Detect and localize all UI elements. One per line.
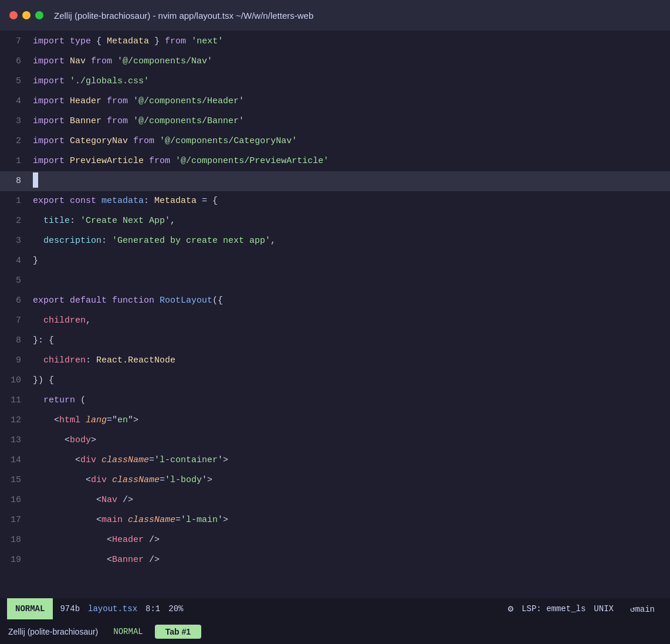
- line-number: 7: [0, 32, 31, 52]
- line-number: 4: [0, 251, 31, 271]
- line-number: 6: [0, 52, 31, 72]
- line-number: 1: [0, 151, 31, 171]
- line-number: 6: [0, 291, 31, 311]
- line-content: <div className='l-container'>: [31, 450, 670, 470]
- git-branch: ↺main: [630, 604, 655, 614]
- table-row: 19 <Banner />: [0, 550, 670, 570]
- maximize-button[interactable]: [35, 11, 43, 19]
- tab-mode: NORMAL: [113, 627, 143, 636]
- line-number: 2: [0, 211, 31, 231]
- table-row: 6 export default function RootLayout({: [0, 291, 670, 311]
- line-content: <body>: [31, 431, 670, 450]
- line-content: import Nav from '@/components/Nav': [31, 52, 670, 72]
- line-number: 3: [0, 111, 31, 131]
- line-content: <div className='l-body'>: [31, 470, 670, 490]
- cursor-position: 8:1: [145, 604, 160, 614]
- line-content: <Header />: [31, 530, 670, 550]
- current-line: 8: [0, 171, 670, 191]
- table-row: 2 import CategoryNav from '@/components/…: [0, 131, 670, 151]
- line-content: import './globals.css': [31, 72, 670, 91]
- table-row: 6 import Nav from '@/components/Nav': [0, 52, 670, 72]
- line-content: }: [31, 251, 670, 271]
- line-content: <html lang="en">: [31, 411, 670, 431]
- file-size: 974b: [60, 604, 80, 614]
- line-content: <main className='l-main'>: [31, 510, 670, 530]
- lsp-status: LSP: emmet_ls: [522, 604, 586, 614]
- close-button[interactable]: [9, 11, 18, 19]
- line-content: import Header from '@/components/Header': [31, 91, 670, 111]
- line-number: 12: [0, 411, 31, 431]
- line-number: 3: [0, 231, 31, 251]
- code-area[interactable]: 7 import type { Metadata } from 'next' 6…: [0, 30, 670, 598]
- filename: layout.tsx: [88, 604, 137, 614]
- zellij-title: Zellij (polite-brachiosaur): [8, 627, 98, 636]
- table-row: 5: [0, 271, 670, 291]
- table-row: 18 <Header />: [0, 530, 670, 550]
- line-content: import Banner from '@/components/Banner': [31, 111, 670, 131]
- line-content: description: 'Generated by create next a…: [31, 231, 670, 251]
- line-number: 16: [0, 490, 31, 510]
- line-number: 2: [0, 131, 31, 151]
- line-content: import CategoryNav from '@/components/Ca…: [31, 131, 670, 151]
- titlebar: Zellij (polite-brachiosaur) - nvim app/l…: [0, 0, 670, 30]
- line-number: 9: [0, 351, 31, 371]
- line-content: }) {: [31, 371, 670, 391]
- table-row: 7 import type { Metadata } from 'next': [0, 32, 670, 52]
- line-number: 1: [0, 191, 31, 211]
- line-number: 13: [0, 431, 31, 450]
- status-right: ⚙ LSP: emmet_ls UNIX ↺main: [507, 603, 663, 615]
- line-number: 8: [0, 171, 31, 191]
- editor: 7 import type { Metadata } from 'next' 6…: [0, 30, 670, 598]
- table-row: 3 description: 'Generated by create next…: [0, 231, 670, 251]
- os-type: UNIX: [594, 604, 614, 614]
- line-number: 5: [0, 72, 31, 91]
- scroll-percent: 20%: [168, 604, 183, 614]
- line-content: import PreviewArticle from '@/components…: [31, 151, 670, 171]
- tab-item[interactable]: Tab #1: [155, 625, 201, 639]
- table-row: 12 <html lang="en">: [0, 411, 670, 431]
- table-row: 3 import Banner from '@/components/Banne…: [0, 111, 670, 131]
- table-row: 10 }) {: [0, 371, 670, 391]
- gear-icon: ⚙: [507, 603, 513, 615]
- table-row: 8 }: {: [0, 331, 670, 351]
- table-row: 5 import './globals.css': [0, 72, 670, 91]
- minimize-button[interactable]: [22, 11, 31, 19]
- table-row: 16 <Nav />: [0, 490, 670, 510]
- table-row: 15 <div className='l-body'>: [0, 470, 670, 490]
- traffic-lights: [9, 11, 43, 19]
- line-content: [31, 271, 670, 291]
- table-row: 4 }: [0, 251, 670, 271]
- line-number: 14: [0, 450, 31, 470]
- vim-mode: NORMAL: [7, 598, 53, 619]
- line-content: [31, 171, 670, 191]
- line-content: export default function RootLayout({: [31, 291, 670, 311]
- table-row: 7 children,: [0, 311, 670, 331]
- line-content: export const metadata: Metadata = {: [31, 191, 670, 211]
- table-row: 2 title: 'Create Next App',: [0, 211, 670, 231]
- line-number: 19: [0, 550, 31, 570]
- table-row: 1 import PreviewArticle from '@/componen…: [0, 151, 670, 171]
- line-content: return (: [31, 391, 670, 411]
- line-content: <Banner />: [31, 550, 670, 570]
- table-row: 4 import Header from '@/components/Heade…: [0, 91, 670, 111]
- line-number: 17: [0, 510, 31, 530]
- tabbar: Zellij (polite-brachiosaur) NORMAL Tab #…: [0, 619, 670, 644]
- table-row: 1 export const metadata: Metadata = {: [0, 191, 670, 211]
- line-content: import type { Metadata } from 'next': [31, 32, 670, 52]
- table-row: 9 children: React.ReactNode: [0, 351, 670, 371]
- table-row: 17 <main className='l-main'>: [0, 510, 670, 530]
- statusbar: NORMAL 974b layout.tsx 8:1 20% ⚙ LSP: em…: [0, 598, 670, 619]
- table-row: 14 <div className='l-container'>: [0, 450, 670, 470]
- line-number: 4: [0, 91, 31, 111]
- line-number: 5: [0, 271, 31, 291]
- window-title: Zellij (polite-brachiosaur) - nvim app/l…: [54, 11, 313, 21]
- line-content: children: React.ReactNode: [31, 351, 670, 371]
- line-number: 11: [0, 391, 31, 411]
- line-number: 18: [0, 530, 31, 550]
- line-content: title: 'Create Next App',: [31, 211, 670, 231]
- line-number: 15: [0, 470, 31, 490]
- table-row: 13 <body>: [0, 431, 670, 450]
- line-number: 8: [0, 331, 31, 351]
- line-number: 10: [0, 371, 31, 391]
- line-number: 7: [0, 311, 31, 331]
